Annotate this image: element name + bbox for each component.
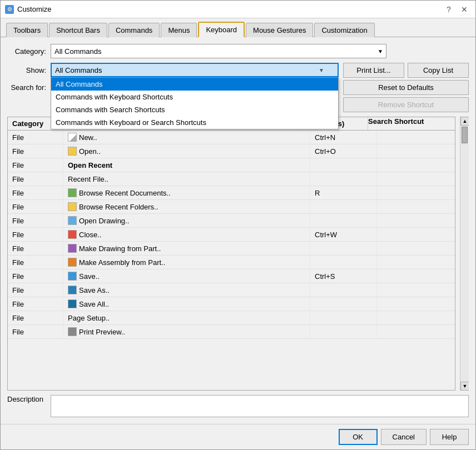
- cancel-button[interactable]: Cancel: [381, 429, 427, 445]
- cell-search-shortcut: [377, 242, 455, 255]
- command-icon: [68, 244, 77, 253]
- show-arrow-icon: ▼: [319, 67, 324, 73]
- command-icon: [68, 272, 77, 281]
- cell-shortcut: [310, 297, 377, 311]
- table-row[interactable]: FileOpen..Ctrl+O: [8, 144, 455, 158]
- table-row[interactable]: FileNew..Ctrl+N: [8, 131, 455, 144]
- ok-button[interactable]: OK: [339, 429, 378, 445]
- table-row[interactable]: FileOpen Drawing..: [8, 214, 455, 228]
- show-and-buttons-row: Show: All Commands ▼ All Commands Comman…: [7, 63, 469, 112]
- tab-keyboard[interactable]: Keyboard: [198, 22, 245, 37]
- cell-shortcut: [310, 242, 377, 255]
- table-row[interactable]: FilePrint Preview..: [8, 325, 455, 339]
- dialog-title: Customize: [17, 5, 51, 13]
- category-label: Category:: [7, 47, 46, 56]
- cell-command: Open Drawing..: [63, 214, 310, 227]
- category-select[interactable]: All Commands: [51, 44, 386, 58]
- cell-command: Save As..: [63, 283, 310, 297]
- reset-to-defaults-button[interactable]: Reset to Defaults: [343, 80, 469, 95]
- cell-category: File: [8, 269, 63, 283]
- tabs-row: Toolbars Shortcut Bars Commands Menus Ke…: [1, 18, 475, 37]
- table-row[interactable]: FileSave All..: [8, 297, 455, 311]
- help-title-button[interactable]: ?: [442, 3, 455, 16]
- cell-shortcut: R: [310, 186, 377, 199]
- tab-shortcut-bars[interactable]: Shortcut Bars: [49, 23, 107, 37]
- table-body: FileNew..Ctrl+NFileOpen..Ctrl+OFileOpen …: [8, 131, 455, 390]
- table-row[interactable]: FileBrowse Recent Documents..R: [8, 186, 455, 200]
- show-selected-text: All Commands: [55, 66, 319, 74]
- show-option-all[interactable]: All Commands: [51, 78, 338, 91]
- content-area: Category: All Commands ▼ Show: All Comma…: [1, 37, 475, 424]
- cell-shortcut: [310, 158, 377, 172]
- show-option-both[interactable]: Commands with Keyboard or Search Shortcu…: [51, 116, 338, 129]
- command-icon: [68, 216, 77, 225]
- command-icon: [68, 147, 77, 156]
- cell-shortcut: [310, 283, 377, 297]
- command-icon: [68, 327, 77, 336]
- cell-search-shortcut: [377, 131, 455, 144]
- cell-search-shortcut: [377, 228, 455, 241]
- cell-category: File: [8, 325, 63, 338]
- table-row[interactable]: FilePage Setup..: [8, 311, 455, 325]
- table-row[interactable]: FileClose..Ctrl+W: [8, 228, 455, 242]
- help-button[interactable]: Help: [430, 429, 469, 445]
- command-icon: [68, 188, 77, 197]
- cell-command: Browse Recent Documents..: [63, 186, 310, 199]
- scroll-thumb[interactable]: [462, 127, 468, 143]
- titlebar-left: ⚙ Customize: [5, 5, 51, 14]
- tab-mouse-gestures[interactable]: Mouse Gestures: [246, 23, 313, 37]
- cell-command: New..: [63, 131, 310, 144]
- cell-search-shortcut: [377, 269, 455, 283]
- show-input[interactable]: All Commands ▼: [51, 63, 339, 77]
- description-row: Description: [7, 395, 469, 417]
- command-icon: [68, 299, 77, 308]
- cell-search-shortcut: [377, 200, 455, 213]
- command-icon: [68, 202, 77, 211]
- cell-command: Open Recent: [63, 158, 310, 172]
- cell-command: Recent File..: [63, 172, 310, 186]
- cell-search-shortcut: [377, 186, 455, 199]
- command-icon: [68, 133, 77, 142]
- table-row[interactable]: FileMake Assembly from Part..: [8, 256, 455, 269]
- cell-category: File: [8, 214, 63, 227]
- category-row: Category: All Commands ▼: [7, 44, 469, 58]
- cell-command: Print Preview..: [63, 325, 310, 338]
- table-row[interactable]: FileMake Drawing from Part..: [8, 242, 455, 256]
- scroll-track[interactable]: [460, 126, 469, 382]
- table-row[interactable]: FileBrowse Recent Folders..: [8, 200, 455, 214]
- command-icon: [68, 230, 77, 239]
- show-dropdown-container: All Commands ▼ All Commands Commands wit…: [51, 63, 339, 77]
- table-row[interactable]: FileSave As..: [8, 283, 455, 297]
- show-option-search[interactable]: Commands with Search Shortcuts: [51, 103, 338, 116]
- tab-toolbars[interactable]: Toolbars: [6, 23, 48, 37]
- scroll-down-arrow[interactable]: ▼: [460, 382, 469, 391]
- table-row[interactable]: FileOpen Recent: [8, 158, 455, 172]
- cell-command: Browse Recent Folders..: [63, 200, 310, 213]
- close-button[interactable]: ✕: [458, 3, 471, 16]
- main-table-row: Category Command Shortcut(s) Search Shor…: [7, 117, 469, 391]
- remove-shortcut-button[interactable]: Remove Shortcut: [343, 97, 469, 112]
- cell-shortcut: Ctrl+N: [310, 131, 377, 144]
- cell-category: File: [8, 228, 63, 241]
- cell-shortcut: Ctrl+W: [310, 228, 377, 241]
- copy-list-button[interactable]: Copy List: [408, 63, 469, 78]
- cell-category: File: [8, 311, 63, 324]
- print-list-button[interactable]: Print List...: [343, 63, 404, 78]
- show-option-keyboard[interactable]: Commands with Keyboard Shortcuts: [51, 91, 338, 103]
- table-row[interactable]: File Recent File..: [8, 172, 455, 186]
- col-search-shortcut: Search Shortcut: [368, 117, 446, 130]
- cell-search-shortcut: [377, 214, 455, 227]
- scroll-up-arrow[interactable]: ▲: [460, 117, 469, 126]
- cell-search-shortcut: [377, 256, 455, 269]
- tab-commands[interactable]: Commands: [108, 23, 160, 37]
- tab-menus[interactable]: Menus: [161, 23, 197, 37]
- table-row[interactable]: FileSave..Ctrl+S: [8, 269, 455, 283]
- show-row: Show: All Commands ▼ All Commands Comman…: [7, 63, 339, 77]
- show-label: Show:: [7, 66, 46, 74]
- customize-dialog: ⚙ Customize ? ✕ Toolbars Shortcut Bars C…: [0, 0, 476, 450]
- category-select-wrapper: All Commands ▼: [51, 44, 386, 58]
- tab-customization[interactable]: Customization: [314, 23, 374, 37]
- cell-search-shortcut: [377, 283, 455, 297]
- cell-shortcut: [310, 256, 377, 269]
- cell-search-shortcut: [377, 297, 455, 311]
